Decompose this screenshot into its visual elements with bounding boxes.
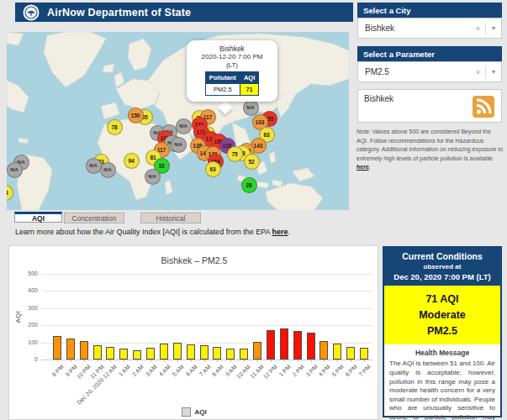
aqi-bar[interactable] [346, 347, 355, 360]
aqi-bar[interactable] [119, 349, 128, 360]
current-conditions-panel: Current Conditions observed at Dec 20, 2… [383, 246, 502, 417]
aqi-marker[interactable]: 75 [227, 146, 243, 162]
aqi-bar[interactable] [93, 345, 102, 360]
aqi-bar[interactable] [293, 331, 302, 360]
chart-plot-area [41, 274, 372, 360]
aqi-bar[interactable] [53, 336, 61, 360]
y-tick-label: 500 [13, 270, 38, 276]
popup-aqi-value: 71 [240, 84, 258, 96]
aqi-bar[interactable] [360, 348, 368, 360]
aqi-bar[interactable] [333, 344, 341, 360]
aqi-bar[interactable] [133, 350, 141, 360]
observed-datetime: Dec 20, 2020 7:00 PM (LT) [386, 272, 499, 281]
popup-city: Bishkek [191, 45, 273, 53]
x-tick [298, 360, 298, 362]
popup-aqi-header: AQI [240, 72, 258, 84]
aqi-bar[interactable] [106, 347, 114, 360]
aqi-bar[interactable] [187, 344, 195, 360]
aqi-marker[interactable]: N/A [100, 162, 116, 178]
world-map[interactable]: 6515078N/AN/A5483N/AN/A94N/AN/AN/A16221N… [7, 32, 349, 210]
aqi-marker[interactable]: 78 [107, 119, 123, 135]
aqi-bar[interactable] [66, 339, 75, 360]
x-tick [244, 360, 245, 362]
epa-here-link[interactable]: here [272, 228, 288, 236]
x-tick [311, 360, 312, 362]
chart-gridline [41, 325, 372, 326]
aqi-bar[interactable] [307, 333, 315, 360]
current-conditions-title: Current Conditions [386, 251, 499, 261]
aqi-marker[interactable]: N/A [176, 118, 192, 134]
aqi-bar[interactable] [146, 348, 155, 360]
popup-pollutant-value: PM2.5 [205, 84, 240, 96]
aqi-marker[interactable]: 52 [244, 154, 260, 170]
x-tick [177, 360, 178, 362]
x-tick [364, 360, 365, 362]
parameter-select[interactable]: PM2.5 × ▾ [357, 61, 502, 82]
map-popup: Bishkek 2020-12-20 7:00 PM (LT) Pollutan… [187, 40, 277, 102]
learn-more-text: Learn more about how the Air Quality Ind… [15, 228, 290, 236]
x-tick [191, 360, 192, 362]
legend-swatch [182, 407, 191, 417]
chart-title: Bishkek – PM2.5 [9, 255, 379, 265]
aqi-bar[interactable] [173, 343, 182, 360]
learn-more-prefix: Learn more about how the Air Quality Ind… [15, 228, 272, 236]
note-here-link[interactable]: here [356, 164, 369, 170]
aqi-marker[interactable]: N/A [86, 158, 102, 174]
legend-label: AQI [194, 408, 206, 416]
city-clear-icon[interactable]: × [471, 24, 485, 33]
x-tick [284, 360, 285, 362]
x-tick [110, 360, 111, 362]
app-header: AirNow Department of State [15, 3, 353, 22]
app-title: AirNow Department of State [47, 7, 191, 18]
x-tick [151, 360, 151, 362]
aqi-marker[interactable]: N/A [171, 137, 187, 153]
current-aqi-value: 71 AQI [386, 291, 499, 307]
x-tick [204, 360, 205, 362]
y-tick-label: 0 [13, 356, 38, 362]
rss-icon[interactable] [473, 96, 494, 118]
aqi-bar[interactable] [267, 330, 275, 360]
x-tick [137, 360, 138, 362]
health-message-text: The AQI is between 51 and 100. Air quali… [384, 357, 500, 420]
observed-at-label: observed at [386, 263, 499, 270]
x-tick [98, 360, 98, 362]
aqi-marker[interactable]: N/A [7, 162, 23, 178]
popup-lt: (LT) [191, 61, 273, 70]
state-department-seal-icon [23, 4, 40, 21]
tab-historical[interactable]: Historical [140, 213, 201, 223]
x-tick [324, 360, 325, 362]
aqi-bar[interactable] [200, 345, 209, 360]
x-tick [164, 360, 165, 362]
aqi-marker[interactable]: 94 [124, 153, 140, 169]
aqi-marker[interactable]: 28 [241, 177, 257, 193]
current-aqi-block: 71 AQI Moderate PM2.5 [384, 286, 500, 344]
x-tick [217, 360, 218, 362]
aqi-bar[interactable] [240, 349, 248, 360]
chart-legend: AQI [9, 407, 379, 417]
popup-datetime: 2020-12-20 7:00 PM [191, 53, 273, 61]
aqi-bar[interactable] [226, 349, 235, 360]
parameter-chevron-down-icon[interactable]: ▾ [486, 68, 501, 76]
aqi-marker[interactable]: 63 [205, 161, 221, 177]
aqi-marker[interactable]: 150 [128, 108, 144, 123]
aqi-bar[interactable] [80, 341, 88, 360]
tab-concentration[interactable]: Concentration [64, 213, 124, 223]
city-select[interactable]: Bishkek × ▾ [357, 18, 502, 39]
aqi-bar[interactable] [280, 328, 288, 360]
aqi-marker[interactable]: N/A [145, 169, 161, 185]
parameter-select-value: PM2.5 [365, 67, 471, 76]
y-tick-label: 100 [13, 339, 38, 345]
city-select-value: Bishkek [365, 24, 471, 33]
parameter-clear-icon[interactable]: × [471, 68, 485, 76]
aqi-bar[interactable] [213, 347, 221, 360]
aqi-bar[interactable] [253, 342, 261, 360]
city-chevron-down-icon[interactable]: ▾ [486, 24, 501, 32]
aqi-bar[interactable] [160, 344, 168, 360]
popup-pollutant-header: Pollutant [205, 72, 240, 84]
aqi-bar[interactable] [320, 341, 328, 360]
aqi-marker[interactable]: N/A [243, 100, 259, 116]
tab-aqi[interactable]: AQI [14, 212, 62, 223]
current-aqi-pollutant: PM2.5 [386, 323, 499, 339]
x-tick [71, 360, 71, 362]
note-text: Note: Values above 500 are considered Be… [356, 129, 503, 161]
